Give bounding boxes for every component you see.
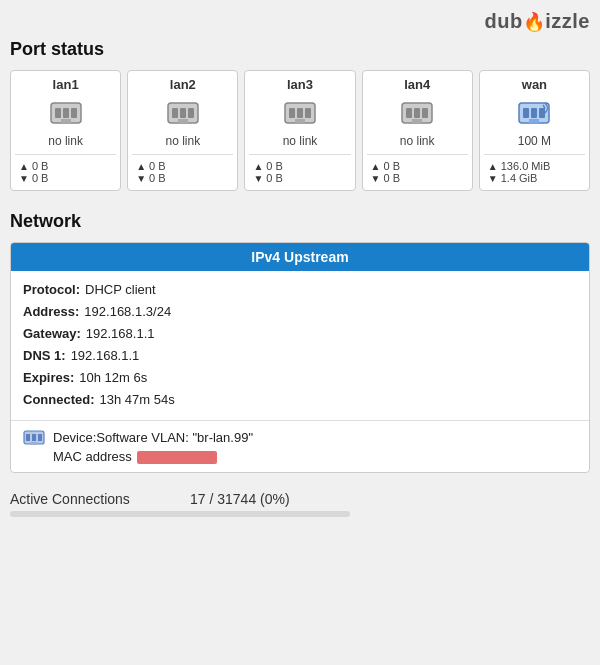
svg-rect-21 — [523, 108, 529, 118]
port-icon-lan2 — [164, 98, 202, 128]
port-status-label-lan3: no link — [283, 134, 318, 148]
connected-row: Connected: 13h 47m 54s — [23, 389, 577, 411]
svg-rect-13 — [305, 108, 311, 118]
down-val-lan2: 0 B — [149, 172, 166, 184]
up-val-lan3: 0 B — [266, 160, 283, 172]
up-val-wan: 136.0 MiB — [501, 160, 551, 172]
address-value: 192.168.1.3/24 — [84, 301, 171, 323]
port-icon-wan — [515, 98, 553, 128]
up-arrow-lan3: ▲ — [253, 161, 263, 172]
port-traffic-lan4: ▲0 B ▼0 B — [367, 160, 468, 184]
expires-value: 10h 12m 6s — [79, 367, 147, 389]
mac-label: MAC address — [53, 449, 132, 464]
network-title: Network — [10, 211, 590, 232]
down-arrow-lan4: ▼ — [371, 173, 381, 184]
connected-value: 13h 47m 54s — [100, 389, 175, 411]
port-name-lan3: lan3 — [287, 77, 313, 92]
expires-row: Expires: 10h 12m 6s — [23, 367, 577, 389]
port-traffic-lan2: ▲0 B ▼0 B — [132, 160, 233, 184]
up-val-lan4: 0 B — [384, 160, 401, 172]
port-icon-lan4 — [398, 98, 436, 128]
gateway-label: Gateway: — [23, 323, 81, 345]
port-card-lan2: lan2 no link ▲0 B ▼0 B — [127, 70, 238, 191]
ac-label-row: Active Connections 17 / 31744 (0%) — [10, 491, 590, 507]
svg-rect-7 — [180, 108, 186, 118]
port-divider-lan3 — [249, 154, 350, 155]
down-arrow-wan: ▼ — [488, 173, 498, 184]
up-arrow-lan1: ▲ — [19, 161, 29, 172]
port-status-label-lan2: no link — [165, 134, 200, 148]
port-traffic-lan1: ▲0 B ▼0 B — [15, 160, 116, 184]
down-arrow-lan3: ▼ — [253, 173, 263, 184]
svg-rect-29 — [31, 442, 37, 445]
port-status-label-lan1: no link — [48, 134, 83, 148]
port-card-lan1: lan1 no link ▲0 B ▼0 B — [10, 70, 121, 191]
down-arrow-lan2: ▼ — [136, 173, 146, 184]
port-status-title: Port status — [10, 39, 590, 60]
protocol-label: Protocol: — [23, 279, 80, 301]
svg-rect-14 — [295, 119, 305, 123]
svg-rect-12 — [297, 108, 303, 118]
ipv4-box: IPv4 Upstream Protocol: DHCP client Addr… — [10, 242, 590, 473]
protocol-row: Protocol: DHCP client — [23, 279, 577, 301]
port-cards: lan1 no link ▲0 B ▼0 B lan2 — [10, 70, 590, 191]
port-traffic-lan3: ▲0 B ▼0 B — [249, 160, 350, 184]
gateway-row: Gateway: 192.168.1.1 — [23, 323, 577, 345]
down-arrow-lan1: ▼ — [19, 173, 29, 184]
mac-row: MAC address — [23, 449, 577, 464]
device-label: Device: — [53, 430, 96, 445]
svg-rect-9 — [178, 119, 188, 123]
svg-rect-17 — [414, 108, 420, 118]
svg-rect-16 — [406, 108, 412, 118]
svg-rect-24 — [529, 119, 539, 123]
port-icon-lan1 — [47, 98, 85, 128]
down-val-lan1: 0 B — [32, 172, 49, 184]
logo: dub🔥izzle — [485, 10, 590, 33]
port-divider-lan1 — [15, 154, 116, 155]
svg-rect-4 — [61, 119, 71, 123]
up-arrow-lan4: ▲ — [371, 161, 381, 172]
ipv4-info: Protocol: DHCP client Address: 192.168.1… — [11, 271, 589, 421]
down-val-lan4: 0 B — [384, 172, 401, 184]
port-name-lan2: lan2 — [170, 77, 196, 92]
dns1-row: DNS 1: 192.168.1.1 — [23, 345, 577, 367]
address-label: Address: — [23, 301, 79, 323]
svg-rect-18 — [422, 108, 428, 118]
port-card-lan4: lan4 no link ▲0 B ▼0 B — [362, 70, 473, 191]
port-status-section: Port status lan1 no link ▲0 B ▼0 B — [10, 39, 590, 191]
logo-flame: 🔥 — [523, 12, 546, 32]
dns1-label: DNS 1: — [23, 345, 66, 367]
port-divider-wan — [484, 154, 585, 155]
port-name-lan4: lan4 — [404, 77, 430, 92]
ipv4-header: IPv4 Upstream — [11, 243, 589, 271]
svg-rect-2 — [63, 108, 69, 118]
port-name-wan: wan — [522, 77, 547, 92]
device-text: Device:Software VLAN: "br-lan.99" — [53, 430, 253, 445]
dns1-value: 192.168.1.1 — [71, 345, 140, 367]
up-val-lan2: 0 B — [149, 160, 166, 172]
active-connections-value: 17 / 31744 (0%) — [190, 491, 290, 507]
svg-rect-11 — [289, 108, 295, 118]
port-card-lan3: lan3 no link ▲0 B ▼0 B — [244, 70, 355, 191]
port-divider-lan4 — [367, 154, 468, 155]
expires-label: Expires: — [23, 367, 74, 389]
top-bar: dub🔥izzle — [10, 10, 590, 33]
port-card-wan: wan 100 M ▲136.0 MiB ▼1.4 GiB — [479, 70, 590, 191]
mac-value-redacted — [137, 451, 217, 464]
svg-rect-8 — [188, 108, 194, 118]
up-val-lan1: 0 B — [32, 160, 49, 172]
active-connections-label: Active Connections — [10, 491, 170, 507]
svg-rect-19 — [412, 119, 422, 123]
port-status-label-lan4: no link — [400, 134, 435, 148]
port-traffic-wan: ▲136.0 MiB ▼1.4 GiB — [484, 160, 585, 184]
device-vlan-icon — [23, 429, 45, 447]
svg-rect-1 — [55, 108, 61, 118]
device-row: Device:Software VLAN: "br-lan.99" — [23, 429, 577, 447]
svg-rect-28 — [38, 434, 42, 441]
svg-rect-26 — [26, 434, 30, 441]
up-arrow-lan2: ▲ — [136, 161, 146, 172]
gateway-value: 192.168.1.1 — [86, 323, 155, 345]
ipv4-device: Device:Software VLAN: "br-lan.99" MAC ad… — [11, 421, 589, 472]
connected-label: Connected: — [23, 389, 95, 411]
active-connections: Active Connections 17 / 31744 (0%) — [10, 487, 590, 521]
